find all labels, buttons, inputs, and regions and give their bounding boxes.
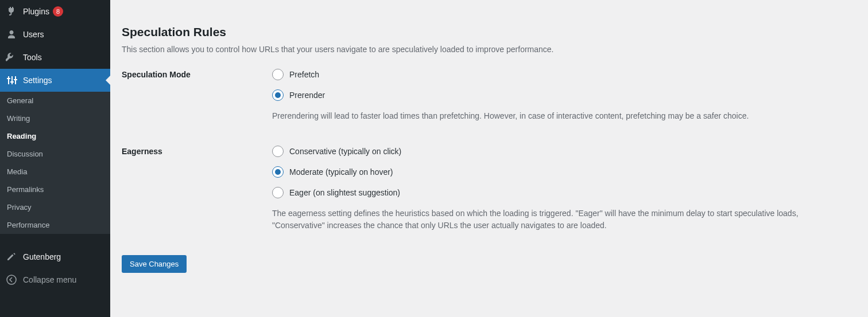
admin-sidebar: Plugins 8 Users Tools Settings General W… <box>0 0 110 317</box>
submenu-item-permalinks[interactable]: Permalinks <box>0 181 110 198</box>
speculation-mode-label: Speculation Mode <box>122 69 272 123</box>
speculation-mode-field: Prefetch Prerender Prerendering will lea… <box>272 69 857 123</box>
sidebar-item-tools[interactable]: Tools <box>0 46 110 69</box>
radio-input[interactable] <box>272 187 284 198</box>
sidebar-item-label: Users <box>23 30 44 39</box>
radio-label: Prefetch <box>289 70 319 79</box>
sidebar-item-label: Gutenberg <box>23 252 61 261</box>
speculation-mode-description: Prerendering will lead to faster load ti… <box>272 110 823 123</box>
radio-label: Prerender <box>289 91 325 100</box>
save-changes-button[interactable]: Save Changes <box>122 255 187 273</box>
submenu-item-reading[interactable]: Reading <box>0 127 110 145</box>
radio-prerender[interactable]: Prerender <box>272 89 857 101</box>
user-icon <box>6 29 17 40</box>
main-content: Speculation Rules This section allows yo… <box>110 0 868 317</box>
collapse-menu-button[interactable]: Collapse menu <box>0 268 110 291</box>
submenu-item-privacy[interactable]: Privacy <box>0 198 110 216</box>
eagerness-field: Conservative (typically on click) Modera… <box>272 146 857 232</box>
plugins-update-badge: 8 <box>53 6 63 17</box>
submenu-item-general[interactable]: General <box>0 92 110 109</box>
eagerness-label: Eagerness <box>122 146 272 232</box>
radio-eager[interactable]: Eager (on slightest suggestion) <box>272 187 857 198</box>
radio-label: Eager (on slightest suggestion) <box>289 188 400 197</box>
speculation-mode-row: Speculation Mode Prefetch Prerender Prer… <box>122 69 857 123</box>
settings-submenu: General Writing Reading Discussion Media… <box>0 92 110 234</box>
edit-icon <box>6 251 17 263</box>
radio-input[interactable] <box>272 89 284 101</box>
radio-input[interactable] <box>272 166 284 178</box>
sidebar-item-plugins[interactable]: Plugins 8 <box>0 0 110 23</box>
radio-moderate[interactable]: Moderate (typically on hover) <box>272 166 857 178</box>
sidebar-item-settings[interactable]: Settings <box>0 69 110 92</box>
sliders-icon <box>6 75 17 86</box>
submenu-item-writing[interactable]: Writing <box>0 109 110 127</box>
sidebar-item-users[interactable]: Users <box>0 23 110 46</box>
submenu-item-media[interactable]: Media <box>0 163 110 181</box>
radio-label: Moderate (typically on hover) <box>289 167 393 177</box>
plugin-icon <box>6 6 17 17</box>
eagerness-row: Eagerness Conservative (typically on cli… <box>122 146 857 232</box>
section-title: Speculation Rules <box>122 25 857 39</box>
eagerness-description: The eagerness setting defines the heuris… <box>272 208 823 232</box>
radio-label: Conservative (typically on click) <box>289 147 401 156</box>
sidebar-item-label: Settings <box>23 76 52 85</box>
radio-input[interactable] <box>272 146 284 157</box>
radio-input[interactable] <box>272 69 284 80</box>
sidebar-item-label: Collapse menu <box>23 275 76 284</box>
submenu-item-discussion[interactable]: Discussion <box>0 145 110 163</box>
svg-point-0 <box>7 275 16 284</box>
sidebar-item-label: Plugins <box>23 7 49 16</box>
submenu-item-performance[interactable]: Performance <box>0 216 110 234</box>
wrench-icon <box>6 52 17 63</box>
radio-conservative[interactable]: Conservative (typically on click) <box>272 146 857 157</box>
collapse-icon <box>6 274 17 285</box>
radio-prefetch[interactable]: Prefetch <box>272 69 857 80</box>
sidebar-item-label: Tools <box>23 53 42 62</box>
section-description: This section allows you to control how U… <box>122 45 811 54</box>
sidebar-item-gutenberg[interactable]: Gutenberg <box>0 245 110 268</box>
